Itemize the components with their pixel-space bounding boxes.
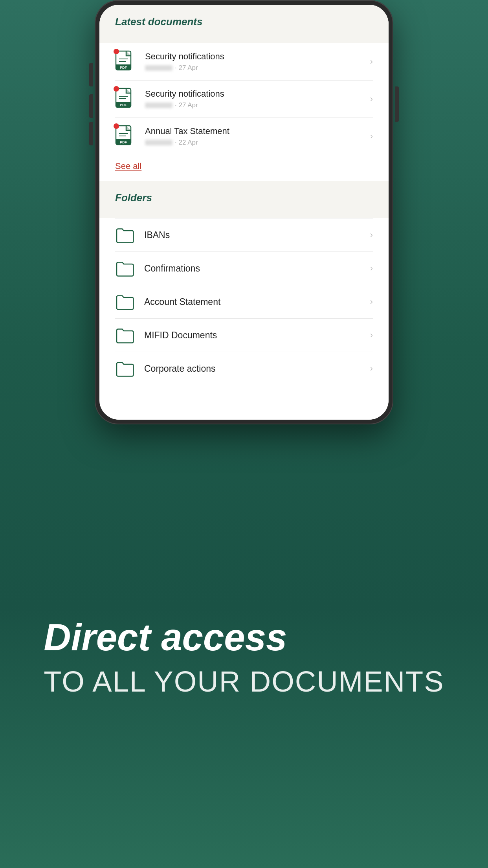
see-all-link[interactable]: See all — [115, 161, 141, 171]
folder-item-ibans[interactable]: IBANs › — [99, 218, 389, 251]
marketing-section: Direct access TO ALL YOUR DOCUMENTS — [8, 448, 479, 868]
folder-item-mifid[interactable]: MIFID Documents › — [99, 319, 389, 352]
doc-icon-wrap-3: PDF — [115, 125, 136, 148]
doc-title-1: Security notifications — [145, 51, 366, 62]
chevron-2: › — [370, 94, 373, 104]
folder-label-account-statement: Account Statement — [144, 297, 366, 307]
doc-info-1: Security notifications · 27 Apr — [145, 51, 366, 72]
doc-meta-blur-2 — [145, 103, 172, 108]
folder-label-corporate-actions: Corporate actions — [144, 363, 366, 374]
doc-date-2: · 27 Apr — [175, 101, 198, 109]
svg-text:PDF: PDF — [120, 66, 127, 70]
folder-chevron-account-statement: › — [370, 297, 373, 307]
doc-icon-wrap-2: PDF — [115, 88, 136, 110]
folder-icon-corporate-actions — [115, 360, 135, 377]
doc-meta-1: · 27 Apr — [145, 64, 366, 72]
folder-icon-account-statement — [115, 293, 135, 310]
doc-item-tax[interactable]: PDF Annual Tax Statement · 22 Apr › — [99, 118, 389, 155]
chevron-1: › — [370, 57, 373, 67]
svg-text:PDF: PDF — [120, 103, 127, 107]
folder-label-confirmations: Confirmations — [144, 263, 366, 274]
doc-meta-3: · 22 Apr — [145, 139, 366, 147]
folder-chevron-confirmations: › — [370, 263, 373, 273]
doc-icon-wrap-1: PDF — [115, 50, 136, 73]
unread-dot-3 — [114, 123, 119, 129]
screen-content: Latest documents PDF — [99, 5, 389, 420]
folder-chevron-mifid: › — [370, 330, 373, 340]
folder-icon-ibans — [115, 226, 135, 244]
chevron-3: › — [370, 131, 373, 141]
folder-chevron-ibans: › — [370, 230, 373, 240]
doc-info-2: Security notifications · 27 Apr — [145, 89, 366, 109]
pdf-icon-2: PDF — [115, 88, 135, 110]
phone-screen: Latest documents PDF — [99, 5, 389, 420]
latest-documents-section: Latest documents — [99, 5, 389, 43]
folder-label-ibans: IBANs — [144, 230, 366, 240]
doc-title-2: Security notifications — [145, 89, 366, 99]
marketing-headline-upper: TO ALL YOUR DOCUMENTS — [44, 664, 444, 699]
pdf-icon-1: PDF — [115, 50, 135, 72]
latest-documents-title: Latest documents — [115, 16, 373, 28]
doc-meta-blur-3 — [145, 140, 172, 145]
folders-title: Folders — [115, 192, 373, 204]
doc-item-security-2[interactable]: PDF Security notifications · 27 Apr › — [99, 81, 389, 117]
svg-text:PDF: PDF — [120, 140, 127, 144]
doc-meta-blur-1 — [145, 65, 172, 71]
folder-icon-confirmations — [115, 260, 135, 277]
folder-item-account-statement[interactable]: Account Statement › — [99, 285, 389, 318]
folder-icon-mifid — [115, 327, 135, 344]
doc-title-3: Annual Tax Statement — [145, 126, 366, 136]
unread-dot-1 — [114, 49, 119, 54]
folder-label-mifid: MIFID Documents — [144, 330, 366, 341]
folder-item-confirmations[interactable]: Confirmations › — [99, 252, 389, 285]
doc-info-3: Annual Tax Statement · 22 Apr — [145, 126, 366, 147]
folders-section-header: Folders — [99, 181, 389, 218]
unread-dot-2 — [114, 86, 119, 92]
marketing-headline-italic: Direct access — [44, 617, 287, 658]
folder-chevron-corporate-actions: › — [370, 363, 373, 374]
phone-frame: Latest documents PDF — [95, 0, 393, 424]
doc-meta-2: · 27 Apr — [145, 101, 366, 109]
doc-date-3: · 22 Apr — [175, 139, 198, 147]
see-all-section: See all — [99, 155, 389, 181]
folder-item-corporate-actions[interactable]: Corporate actions › — [99, 352, 389, 385]
pdf-icon-3: PDF — [115, 125, 135, 147]
doc-date-1: · 27 Apr — [175, 64, 198, 72]
doc-item-security-1[interactable]: PDF Security notifications · 27 Apr › — [99, 43, 389, 80]
